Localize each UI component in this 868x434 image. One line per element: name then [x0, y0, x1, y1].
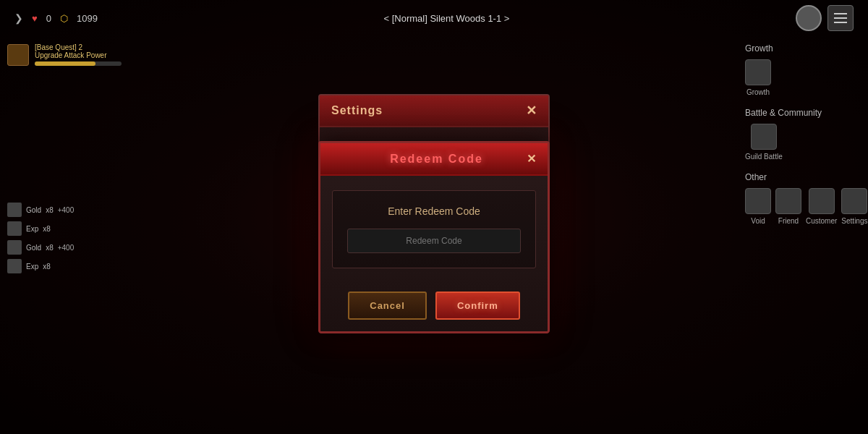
- redeem-footer: Cancel Confirm: [320, 283, 548, 331]
- quest-info: [Base Quest] 2 Upgrade Attack Power: [35, 43, 122, 66]
- inventory-panel: Gold x8 +400 Exp x8 Gold x8 +400 Exp x8: [7, 203, 74, 278]
- other-title: Other: [745, 172, 861, 182]
- quest-icon: [7, 44, 29, 66]
- friend-label: Friend: [778, 217, 799, 225]
- other-cell-settings[interactable]: Settings: [841, 188, 867, 225]
- quest-item: [Base Quest] 2 Upgrade Attack Power: [7, 43, 152, 66]
- item-count: x8: [46, 244, 54, 252]
- battle-label: Guild Battle: [745, 153, 783, 161]
- settings-title: Settings: [331, 104, 383, 117]
- quest-label: [Base Quest] 2: [35, 43, 122, 51]
- redeem-close-icon[interactable]: ✕: [527, 152, 536, 166]
- gold-icon: [7, 203, 22, 217]
- chevron-icon[interactable]: ❯: [14, 12, 23, 24]
- customer-icon: [809, 188, 835, 214]
- menu-line-1: [834, 13, 847, 14]
- item-label: Exp: [26, 225, 38, 233]
- redeem-body: Enter Redeem Code: [320, 176, 548, 283]
- redeem-modal: Redeem Code ✕ Enter Redeem Code Cancel C…: [318, 141, 550, 333]
- other-cell-customer[interactable]: Customer: [806, 188, 837, 225]
- gold-icon-2: [7, 240, 22, 255]
- hud-bar: ❯ ♥ 0 ⬡ 1099 < [Normal] Silent Woods 1-1…: [0, 0, 868, 36]
- battle-section: Battle & Community Guild Battle: [745, 108, 861, 161]
- item-action[interactable]: +400: [58, 206, 75, 214]
- void-label: Void: [751, 217, 765, 225]
- redeem-prompt: Enter Redeem Code: [347, 205, 521, 217]
- item-count: x8: [43, 225, 51, 233]
- heart-icon: ♥: [32, 13, 38, 24]
- redeem-inner: Enter Redeem Code: [332, 190, 536, 268]
- redeem-header: Redeem Code ✕: [320, 143, 548, 176]
- item-count: x8: [46, 206, 54, 214]
- friend-icon: [775, 188, 801, 214]
- list-item: Gold x8 +400: [7, 203, 74, 217]
- quest-sublabel: Upgrade Attack Power: [35, 51, 122, 59]
- settings-body: [320, 127, 548, 142]
- customer-label: Customer: [806, 217, 837, 225]
- battle-icons: Guild Battle: [745, 124, 861, 161]
- confirm-button[interactable]: Confirm: [435, 292, 520, 320]
- settings-header: Settings ✕: [320, 95, 548, 127]
- item-label: Gold: [26, 206, 41, 214]
- quest-bar-bg: [35, 61, 122, 66]
- growth-title: Growth: [745, 43, 861, 54]
- other-section: Other Void Friend Customer Settings: [745, 172, 861, 225]
- other-cell-friend[interactable]: Friend: [775, 188, 801, 225]
- exp-icon-2: [7, 259, 22, 273]
- settings-icon: [841, 188, 867, 214]
- growth-icons: Growth: [745, 59, 861, 96]
- coin-count: 1099: [77, 13, 98, 24]
- void-icon: [745, 188, 771, 214]
- settings-label: Settings: [841, 217, 867, 225]
- item-count: x8: [43, 263, 51, 271]
- menu-line-3: [834, 22, 847, 23]
- growth-section: Growth Growth: [745, 43, 861, 96]
- growth-icon: [745, 59, 771, 85]
- exp-icon: [7, 221, 22, 236]
- redeem-title: Redeem Code: [346, 153, 527, 166]
- list-item: Gold x8 +400: [7, 240, 74, 255]
- menu-line-2: [834, 17, 847, 19]
- battle-title: Battle & Community: [745, 108, 861, 118]
- list-item: Exp x8: [7, 221, 74, 236]
- settings-close-icon[interactable]: ✕: [526, 103, 537, 119]
- cancel-button[interactable]: Cancel: [348, 292, 427, 320]
- other-cell-void[interactable]: Void: [745, 188, 771, 225]
- item-label: Exp: [26, 263, 38, 271]
- quest-panel: [Base Quest] 2 Upgrade Attack Power: [7, 43, 152, 72]
- list-item: Exp x8: [7, 259, 74, 273]
- other-icons: Void Friend Customer Settings: [745, 188, 861, 225]
- item-action[interactable]: +400: [58, 244, 75, 252]
- avatar[interactable]: [796, 5, 822, 31]
- growth-cell[interactable]: Growth: [745, 59, 771, 96]
- right-panel: Growth Growth Battle & Community Guild B…: [745, 43, 861, 237]
- hud-left: ❯ ♥ 0 ⬡ 1099: [14, 12, 98, 24]
- hud-right: [796, 5, 854, 31]
- battle-cell[interactable]: Guild Battle: [745, 124, 783, 161]
- redeem-code-input[interactable]: [347, 229, 521, 253]
- map-label: < [Normal] Silent Woods 1-1 >: [383, 13, 509, 24]
- coin-icon: ⬡: [60, 13, 68, 24]
- quest-bar-fill: [35, 61, 95, 66]
- item-label: Gold: [26, 244, 41, 252]
- growth-label: Growth: [746, 88, 770, 96]
- heart-count: 0: [46, 13, 51, 24]
- menu-button[interactable]: [827, 5, 854, 31]
- battle-icon: [751, 124, 777, 150]
